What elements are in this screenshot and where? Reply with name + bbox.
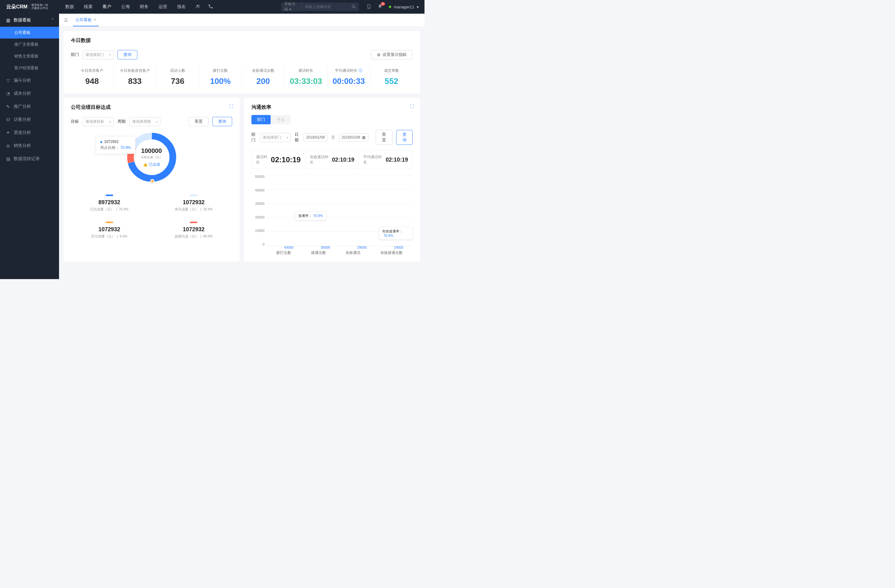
sidebar-icon: ◔: [6, 91, 11, 96]
sidebar-item[interactable]: ◎销售分析: [0, 139, 59, 152]
tab-company-board[interactable]: 公司看板 ✕: [73, 14, 99, 26]
bell-icon[interactable]: 5: [378, 4, 382, 10]
date-from-input[interactable]: 2018/01/08: [303, 133, 328, 141]
chevron-down-icon: ▾: [156, 120, 158, 123]
hamburger-icon[interactable]: ☰: [64, 18, 68, 23]
sidebar-item[interactable]: ☋访客分析: [0, 113, 59, 126]
header-quick-icons: [195, 4, 213, 10]
stat-item: 今日有效首咨客户833: [114, 67, 156, 87]
gear-icon: ⚙: [377, 53, 381, 57]
segment-dept[interactable]: 部门: [252, 115, 271, 124]
sidebar: ▥ 数据看板 ˄ 公司看板推广主管看板销售主管看板客户经理看板 ▽漏斗分析◔成本…: [0, 14, 59, 279]
dept-select[interactable]: 请选择部门 ▾: [260, 133, 291, 142]
bar-chart: 50000400003000020000100000 4300035000290…: [252, 175, 413, 255]
query-button[interactable]: 查询: [117, 50, 137, 59]
legend-item: 1072932超额完成（元） | 89.9%: [155, 221, 232, 239]
nav-item[interactable]: 运营: [158, 4, 167, 10]
add-user-icon[interactable]: [195, 4, 201, 10]
target-select[interactable]: 请选择目标 ▾: [83, 117, 114, 126]
stat-item: 今日首咨客户948: [71, 67, 114, 87]
nav-item[interactable]: 数据: [65, 4, 74, 10]
annotation-connect-rate: 接通率：70.9%: [295, 211, 326, 220]
notification-badge: 5: [381, 2, 385, 6]
sidebar-item[interactable]: ✎推广分析: [0, 100, 59, 113]
sidebar-item[interactable]: ⚭渠道分析: [0, 126, 59, 139]
search-input[interactable]: [302, 5, 352, 9]
card-title: 今日数据: [71, 37, 413, 44]
nav-item[interactable]: 线索: [84, 4, 93, 10]
sidebar-icon: ◎: [6, 143, 11, 148]
reset-button[interactable]: 重置: [376, 130, 392, 145]
sidebar-sub-item[interactable]: 销售主管看板: [0, 50, 59, 62]
sidebar-icon: ⚭: [6, 130, 11, 135]
user-menu[interactable]: manager11 ▾: [389, 5, 419, 9]
stat-item: 通话时长03:33:03: [285, 67, 328, 87]
status-dot-icon: [389, 6, 391, 8]
thumbs-up-icon: 👍: [143, 162, 148, 167]
card-communication: ⛶ 沟通效率 部门 个人 部门 请选择部门 ▾ 日期: [244, 98, 420, 262]
top-header: 云朵CRM 教育机构一站 式服务云平台 数据线索客户公海财务运营报名 手机号码 …: [0, 0, 425, 14]
card-goal: ⛶ 公司业绩目标达成 目标 请选择目标 ▾ 周期 请选择周期 ▾: [64, 98, 240, 262]
legend-item: 8972932已完成量（元） | 70.9%: [71, 194, 148, 212]
nav-item[interactable]: 财务: [140, 4, 149, 10]
sidebar-item[interactable]: ▽漏斗分析: [0, 74, 59, 87]
close-icon[interactable]: ✕: [94, 18, 96, 22]
achieved-badge: 👍 已达成: [143, 162, 160, 167]
svg-point-1: [352, 5, 355, 7]
date-to-input[interactable]: 2018/01/08 ▦: [339, 133, 368, 141]
query-button[interactable]: 查询: [212, 117, 232, 126]
reset-button[interactable]: 重置: [189, 117, 209, 126]
expand-icon[interactable]: ⛶: [410, 104, 414, 109]
nav-item[interactable]: 公海: [121, 4, 130, 10]
info-icon[interactable]: ⓘ: [359, 68, 363, 73]
calendar-icon: ▦: [362, 135, 366, 139]
search-type-select[interactable]: 手机号码 ▾: [284, 2, 302, 12]
mobile-icon[interactable]: [366, 4, 372, 10]
stat-item: 有效通话次数200: [242, 67, 285, 87]
sidebar-icon: ▤: [6, 156, 11, 161]
logo-text: 云朵CRM: [6, 4, 27, 10]
settings-indicator-button[interactable]: ⚙ 设置显示指标: [371, 50, 413, 59]
info-cell: 平均通话时长02:10:19: [359, 151, 413, 169]
user-name: manager11: [394, 5, 414, 9]
legend-item: 1072932未完成量（元） | 20.9%: [155, 194, 232, 212]
info-cell: 有效通话时长02:10:19: [305, 151, 359, 169]
card-title: 沟通效率: [252, 104, 413, 111]
sidebar-sub-item[interactable]: 客户经理看板: [0, 62, 59, 74]
search-icon[interactable]: [352, 5, 356, 10]
sidebar-item[interactable]: ◔成本分析: [0, 87, 59, 100]
chart-tooltip: 1072932 所占比例：70.9%: [96, 136, 135, 154]
query-button[interactable]: 查询: [396, 130, 413, 145]
donut-handle-icon: [150, 179, 155, 183]
sidebar-item[interactable]: ▤数据流转记录: [0, 152, 59, 165]
sidebar-icon: ✎: [6, 104, 11, 109]
expand-icon[interactable]: ⛶: [229, 104, 234, 109]
annotation-valid-connect-rate: 有效接通率：70.9%: [379, 227, 413, 239]
sidebar-icon: ▽: [6, 78, 11, 83]
logo: 云朵CRM 教育机构一站 式服务云平台: [0, 4, 56, 10]
stat-item: 回访人数736: [156, 67, 199, 87]
sidebar-sub-item[interactable]: 推广主管看板: [0, 39, 59, 50]
chevron-down-icon: ▾: [109, 53, 111, 56]
dashboard-icon: ▥: [6, 18, 11, 23]
logo-subtitle: 教育机构一站 式服务云平台: [29, 4, 48, 10]
sidebar-group-dashboard[interactable]: ▥ 数据看板 ˄: [0, 14, 59, 27]
stat-item: 平均通话时长ⓘ00:00:33: [328, 67, 370, 87]
search-box[interactable]: 手机号码 ▾: [281, 3, 359, 11]
period-select[interactable]: 请选择周期 ▾: [129, 117, 160, 126]
phone-icon[interactable]: [208, 4, 213, 10]
dept-label: 部门: [71, 52, 79, 58]
top-nav: 数据线索客户公海财务运营报名: [65, 4, 186, 10]
dept-select[interactable]: 请选择部门 ▾: [83, 50, 114, 59]
card-title: 公司业绩目标达成: [71, 104, 232, 111]
card-today-data: 今日数据 部门 请选择部门 ▾ 查询 ⚙ 设置显示指标: [64, 31, 420, 94]
segment-person[interactable]: 个人: [271, 115, 291, 124]
chevron-down-icon: ▾: [287, 136, 288, 139]
sidebar-icon: ☋: [6, 117, 11, 122]
sidebar-sub-item[interactable]: 公司看板: [0, 27, 59, 39]
tab-bar: ☰ 公司看板 ✕: [59, 14, 425, 27]
svg-point-3: [369, 8, 369, 8]
nav-item[interactable]: 报名: [177, 4, 186, 10]
chevron-down-icon: ▾: [109, 120, 111, 123]
nav-item[interactable]: 客户: [103, 4, 111, 10]
